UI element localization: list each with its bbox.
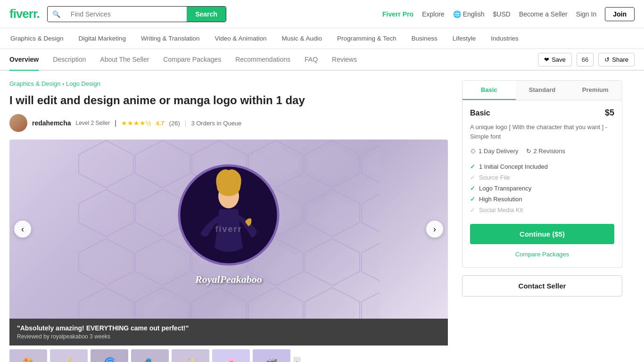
- tab-about-seller[interactable]: About The Seller: [100, 49, 149, 70]
- package-title-row: Basic $5: [470, 108, 614, 118]
- nav-graphics-design[interactable]: Graphics & Design: [9, 35, 65, 42]
- breadcrumb-child[interactable]: Logo Design: [66, 80, 100, 87]
- avatar-image: [9, 114, 27, 132]
- seller-info: redahemcha Level 2 Seller | ★★★★½ 4.7 (2…: [9, 114, 448, 132]
- tab-faq[interactable]: FAQ: [305, 49, 318, 70]
- nav-business[interactable]: Business: [411, 35, 438, 42]
- package-name: Basic: [470, 109, 490, 117]
- breadcrumb-parent[interactable]: Graphics & Design: [9, 80, 60, 87]
- feature-label-1: 1 Initial Concept Included: [479, 163, 548, 170]
- revisions-meta: ↻ 2 Revisions: [526, 148, 565, 155]
- thumbnail-1[interactable]: 🎨: [9, 349, 47, 362]
- language-selector[interactable]: 🌐 English: [453, 10, 485, 18]
- search-icon: 🔍: [48, 7, 65, 22]
- category-nav: Graphics & Design Digital Marketing Writ…: [0, 28, 644, 49]
- thumbnail-3[interactable]: 🌀: [91, 349, 128, 362]
- currency-selector[interactable]: $USD: [493, 10, 511, 18]
- package-description: A unique logo [ With the character that …: [470, 123, 614, 141]
- logo-dot: .: [37, 7, 40, 21]
- star-rating-icons: ★★★★½: [121, 119, 151, 127]
- header-right: Fiverr Pro Explore 🌐 English $USD Become…: [382, 7, 635, 21]
- check-icon-4: ✓: [470, 196, 475, 203]
- gig-title: I will edit and design anime or manga lo…: [9, 93, 448, 107]
- right-column: Basic Standard Premium Basic $5 A unique…: [462, 80, 622, 362]
- thumbnail-row: 🎨 ⚡ 🌀 🎭 ✨ 🌸 🦋 ›: [9, 346, 448, 362]
- feature-label-4: High Resolution: [479, 196, 522, 203]
- explore-link[interactable]: Explore: [422, 10, 444, 18]
- info-divider: |: [185, 119, 187, 127]
- tab-recommendations[interactable]: Recommendations: [235, 49, 290, 70]
- carousel-image: fiverr RoyalPeakaboo: [9, 140, 448, 319]
- nav-digital-marketing[interactable]: Digital Marketing: [78, 35, 127, 42]
- share-label: Share: [612, 56, 628, 63]
- tab-description[interactable]: Description: [53, 49, 86, 70]
- nav-writing-translation[interactable]: Writing & Translation: [140, 35, 200, 42]
- package-body: Basic $5 A unique logo [ With the charac…: [462, 100, 622, 267]
- tab-overview[interactable]: Overview: [9, 49, 39, 71]
- thumbnail-6[interactable]: 🌸: [212, 349, 250, 362]
- heart-icon: ❤: [544, 56, 549, 63]
- join-button[interactable]: Join: [605, 7, 635, 21]
- delivery-meta: ⏲ 1 Day Delivery: [470, 148, 519, 155]
- delivery-label: 1 Day Delivery: [479, 148, 519, 155]
- package-tab-basic[interactable]: Basic: [462, 81, 516, 100]
- thumbnail-2[interactable]: ⚡: [50, 349, 88, 362]
- save-button[interactable]: ❤ Save: [538, 53, 572, 66]
- caption-reviewer: Reviewed by royalpeakaboo 3 weeks: [17, 333, 440, 340]
- breadcrumb-separator: ›: [62, 80, 66, 87]
- continue-button[interactable]: Continue ($5): [470, 224, 614, 244]
- logo[interactable]: fiverr.: [9, 7, 40, 21]
- nav-lifestyle[interactable]: Lifestyle: [452, 35, 477, 42]
- package-tab-premium[interactable]: Premium: [569, 81, 622, 100]
- contact-seller-button[interactable]: Contact Seller: [462, 275, 622, 296]
- tab-actions: ❤ Save 66 ↺ Share: [538, 53, 635, 66]
- nav-music-audio[interactable]: Music & Audio: [281, 35, 323, 42]
- sign-in-link[interactable]: Sign In: [576, 10, 597, 18]
- search-bar: 🔍 Search: [47, 6, 226, 22]
- feature-2: ✓ Source File: [470, 172, 614, 183]
- check-icon-2: ✓: [470, 174, 475, 181]
- rating-value: 4.7: [156, 120, 165, 127]
- nav-programming-tech[interactable]: Programming & Tech: [336, 35, 397, 42]
- save-label: Save: [552, 56, 566, 63]
- feature-label-3: Logo Transparency: [479, 185, 531, 192]
- nav-video-animation[interactable]: Video & Animation: [214, 35, 267, 42]
- search-input[interactable]: [65, 7, 187, 22]
- compare-packages-link[interactable]: Compare Packages: [470, 249, 614, 260]
- thumbnail-next-button[interactable]: ›: [293, 357, 301, 362]
- fiverr-pro-link[interactable]: Fiverr Pro: [382, 10, 413, 18]
- carousel-next-button[interactable]: ›: [426, 221, 443, 238]
- globe-icon: 🌐: [453, 10, 461, 18]
- feature-3: ✓ Logo Transparency: [470, 183, 614, 194]
- main-content: Graphics & Design › Logo Design I will e…: [0, 71, 632, 362]
- tab-bar: Overview Description About The Seller Co…: [0, 49, 644, 71]
- thumbnail-5[interactable]: ✨: [172, 349, 209, 362]
- package-meta: ⏲ 1 Day Delivery ↻ 2 Revisions: [470, 148, 614, 155]
- package-card: Basic Standard Premium Basic $5 A unique…: [462, 80, 622, 268]
- review-count: (26): [169, 120, 180, 127]
- package-tab-standard[interactable]: Standard: [516, 81, 569, 100]
- tab-compare-packages[interactable]: Compare Packages: [163, 49, 221, 70]
- orders-queue: 3 Orders in Queue: [191, 120, 241, 127]
- feature-label-5: Social Media Kit: [479, 206, 523, 214]
- logo-text: fiverr: [9, 7, 37, 21]
- language-label: English: [463, 10, 485, 18]
- thumbnail-7[interactable]: 🦋: [253, 349, 290, 362]
- thumbnail-4[interactable]: 🎭: [131, 349, 169, 362]
- image-carousel: fiverr RoyalPeakaboo ‹ › "Absolutely ama…: [9, 140, 448, 362]
- search-button[interactable]: Search: [187, 7, 226, 22]
- seller-name[interactable]: redahemcha: [32, 119, 71, 127]
- share-button[interactable]: ↺ Share: [598, 53, 635, 66]
- tab-reviews[interactable]: Reviews: [332, 49, 357, 70]
- become-seller-link[interactable]: Become a Seller: [519, 10, 568, 18]
- nav-industries[interactable]: Industries: [490, 35, 520, 42]
- seller-level: Level 2 Seller: [75, 120, 110, 126]
- avatar[interactable]: [9, 114, 27, 132]
- check-icon-1: ✓: [470, 163, 475, 170]
- feature-4: ✓ High Resolution: [470, 194, 614, 205]
- package-price: $5: [605, 108, 614, 118]
- carousel-main: fiverr RoyalPeakaboo ‹ ›: [9, 140, 448, 319]
- breadcrumb: Graphics & Design › Logo Design: [9, 80, 448, 87]
- header: fiverr. 🔍 Search Fiverr Pro Explore 🌐 En…: [0, 0, 644, 28]
- carousel-prev-button[interactable]: ‹: [14, 221, 31, 238]
